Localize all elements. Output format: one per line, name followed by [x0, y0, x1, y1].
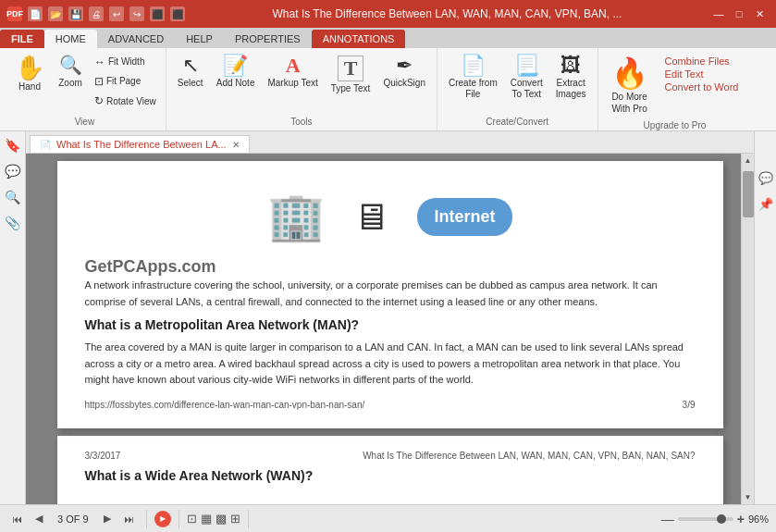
tools-group-label: Tools — [172, 115, 431, 127]
markup-text-icon: A — [286, 56, 301, 76]
create-from-file-button[interactable]: 📄 Create fromFile — [443, 52, 503, 104]
tab-home[interactable]: HOME — [44, 30, 97, 48]
doc-scroll-area[interactable]: ▲ ▼ 🏢 🖥 Internet GetPCApps.com A network… — [26, 154, 754, 504]
new-icon[interactable]: 📄 — [28, 6, 43, 21]
fit-page-button[interactable]: ⊡ Fit Page — [91, 73, 160, 90]
zoom-slider[interactable] — [678, 517, 733, 521]
close-button[interactable]: ✕ — [750, 5, 769, 23]
page2-header: 3/3/2017 What Is The Difference Between … — [85, 451, 696, 461]
bookmark-panel-button[interactable]: 🔖 — [3, 135, 23, 155]
main-content: 📄 What Is The Difference Between LA... ✕… — [26, 131, 754, 504]
attachment-panel-button[interactable]: 📎 — [3, 213, 23, 233]
status-bar: ⏮ ◀ 3 OF 9 ▶ ⏭ ▶ ⊡ ▦ ▩ ⊞ — + 96% — [0, 504, 776, 532]
page-image-area: 🏢 🖥 Internet — [85, 179, 696, 254]
layout-icon-2[interactable]: ▩ — [216, 512, 227, 526]
save-icon[interactable]: 💾 — [68, 6, 83, 21]
annotation-tool-1[interactable]: 💬 — [757, 168, 775, 187]
nav-prev-button[interactable]: ◀ — [30, 510, 48, 528]
add-note-button[interactable]: 📝 Add Note — [211, 52, 261, 92]
status-separator-3 — [248, 510, 249, 528]
ribbon-group-upgrade: 🔥 Do MoreWith Pro Combine Files Edit Tex… — [598, 48, 752, 130]
status-separator-2 — [179, 510, 179, 528]
doc-tab-close[interactable]: ✕ — [232, 140, 240, 150]
doc-heading-2: What is a Wide Area Network (WAN)? — [85, 468, 696, 483]
left-sidebar: 🔖 💬 🔍 📎 — [0, 131, 26, 504]
vertical-scrollbar[interactable]: ▲ ▼ — [741, 154, 754, 504]
rotate-icon: ↻ — [94, 94, 104, 107]
hand-button[interactable]: ✋ Hand — [9, 52, 50, 95]
annotation-tool-2[interactable]: 📌 — [757, 194, 775, 213]
rotate-view-button[interactable]: ↻ Rotate View — [91, 93, 160, 109]
zoom-slider-thumb[interactable] — [717, 514, 726, 524]
edit-text-link[interactable]: Edit Text — [665, 68, 739, 80]
type-text-button[interactable]: T Type Text — [326, 52, 376, 97]
nav-first-button[interactable]: ⏮ — [7, 510, 26, 528]
do-more-with-pro-button[interactable]: 🔥 Do MoreWith Pro — [604, 52, 656, 118]
zoom-button[interactable]: 🔍 Zoom — [52, 52, 89, 92]
fit-width-icon: ↔ — [94, 56, 105, 68]
tab-properties[interactable]: PROPERTIES — [224, 30, 312, 48]
scroll-up-button[interactable]: ▲ — [745, 154, 752, 167]
doc-footer: https://fossbytes.com/difference-lan-wan… — [85, 396, 696, 410]
extra-icon[interactable]: ⬛ — [150, 6, 165, 21]
minimize-button[interactable]: — — [709, 5, 728, 23]
convert-to-text-icon: 📃 — [514, 56, 539, 76]
ribbon-group-tools: ↖ Select 📝 Add Note A Markup Text T Type… — [166, 48, 437, 130]
create-convert-label: Create/Convert — [443, 115, 592, 127]
ribbon-group-create-convert: 📄 Create fromFile 📃 ConvertTo Text 🖼 Ext… — [437, 48, 598, 130]
ribbon-create-items: 📄 Create fromFile 📃 ConvertTo Text 🖼 Ext… — [443, 52, 592, 115]
internet-cloud-label: Internet — [417, 198, 511, 236]
window-title: What Is The Difference Between LAN, WAN,… — [185, 7, 709, 20]
zoom-in-icon[interactable]: + — [737, 512, 745, 526]
title-bar-app-icons: PDF 📄 📂 💾 🖨 ↩ ↪ ⬛ ⬛ — [7, 6, 185, 21]
ribbon-upgrade-items: 🔥 Do MoreWith Pro Combine Files Edit Tex… — [604, 52, 746, 118]
comment-panel-button[interactable]: 💬 — [3, 161, 23, 181]
convert-to-word-link[interactable]: Convert to Word — [665, 81, 739, 93]
watermark-text: GetPCApps.com — [85, 254, 696, 278]
layout-icon-3[interactable]: ⊞ — [230, 512, 240, 526]
network-computer-image: 🖥 — [352, 196, 389, 238]
doc-url: https://fossbytes.com/difference-lan-wan… — [85, 400, 365, 410]
tab-help[interactable]: HELP — [175, 30, 224, 48]
doc-page-number: 3/9 — [683, 400, 696, 410]
markup-text-button[interactable]: A Markup Text — [262, 52, 323, 92]
zoom-out-icon[interactable]: — — [661, 512, 674, 526]
quicksign-button[interactable]: ✒ QuickSign — [377, 52, 431, 92]
tab-file[interactable]: FILE — [0, 30, 44, 48]
fit-width-button[interactable]: ↔ Fit Width — [91, 54, 160, 70]
print-icon[interactable]: 🖨 — [89, 6, 104, 21]
scroll-down-button[interactable]: ▼ — [745, 490, 752, 504]
tab-advanced[interactable]: ADVANCED — [97, 30, 175, 48]
hand-icon: ✋ — [15, 56, 44, 80]
document-area: 🔖 💬 🔍 📎 📄 What Is The Difference Between… — [0, 131, 776, 504]
search-panel-button[interactable]: 🔍 — [3, 187, 23, 207]
extract-images-button[interactable]: 🖼 ExtractImages — [550, 52, 592, 104]
upgrade-links: Combine Files Edit Text Convert to Word — [658, 52, 746, 96]
doc-tab-label: What Is The Difference Between LA... — [56, 139, 227, 150]
undo-icon[interactable]: ↩ — [109, 6, 124, 21]
document-tab[interactable]: 📄 What Is The Difference Between LA... ✕ — [30, 135, 250, 153]
tab-annotations[interactable]: ANNOTATIONS — [312, 30, 406, 48]
doc-body-text-1: A network infrastructure covering the sc… — [85, 278, 696, 310]
open-icon[interactable]: 📂 — [48, 6, 63, 21]
scroll-thumb[interactable] — [743, 171, 754, 217]
doc-page-1: 🏢 🖥 Internet GetPCApps.com A network inf… — [57, 161, 723, 428]
extra-icon2[interactable]: ⬛ — [170, 6, 185, 21]
maximize-button[interactable]: □ — [730, 5, 748, 23]
quicksign-icon: ✒ — [396, 56, 413, 76]
nav-next-button[interactable]: ▶ — [98, 510, 117, 528]
combine-files-link[interactable]: Combine Files — [665, 56, 739, 67]
nav-last-button[interactable]: ⏭ — [120, 510, 139, 528]
play-button[interactable]: ▶ — [154, 511, 171, 527]
document-tab-bar: 📄 What Is The Difference Between LA... ✕ — [26, 131, 754, 154]
fit-icon[interactable]: ⊡ — [187, 512, 197, 526]
building-image: 🏢 — [267, 190, 325, 243]
page-info: 3 OF 9 — [52, 513, 94, 525]
convert-to-text-button[interactable]: 📃 ConvertTo Text — [505, 52, 548, 104]
ribbon-group-view: ✋ Hand 🔍 Zoom ↔ Fit Width ⊡ Fit Page ↻ R… — [4, 48, 166, 130]
layout-icon-1[interactable]: ▦ — [201, 512, 212, 526]
select-button[interactable]: ↖ Select — [172, 52, 209, 92]
ribbon-view-items: ✋ Hand 🔍 Zoom ↔ Fit Width ⊡ Fit Page ↻ R… — [9, 52, 160, 115]
redo-icon[interactable]: ↪ — [129, 6, 144, 21]
pro-icon: 🔥 — [611, 56, 648, 91]
